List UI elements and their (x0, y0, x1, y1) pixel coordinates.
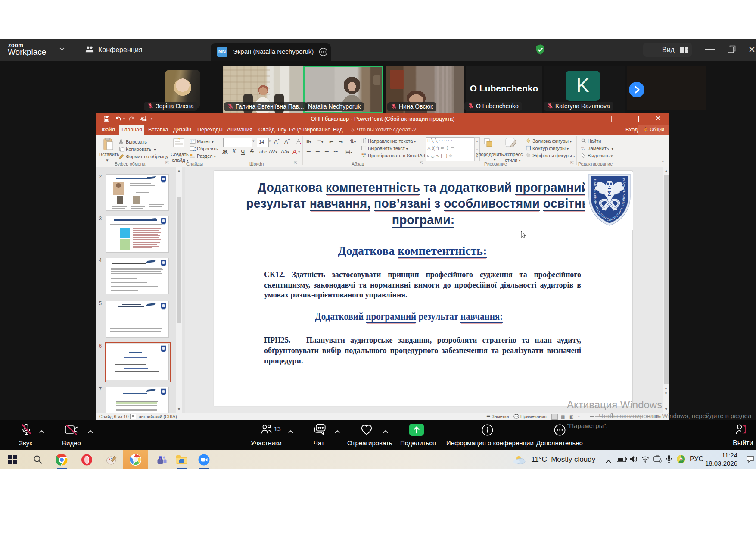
svg-text:ab: ab (581, 146, 584, 149)
svg-text:T: T (159, 457, 162, 460)
